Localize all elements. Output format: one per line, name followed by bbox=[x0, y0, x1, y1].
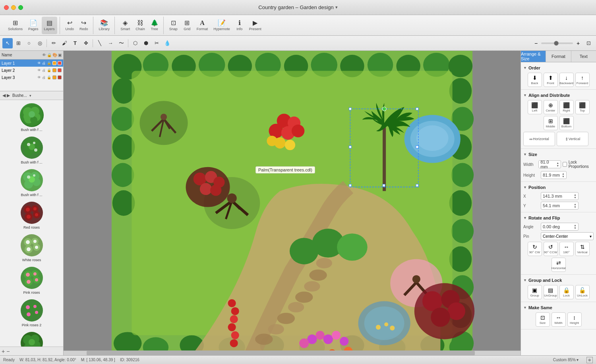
layers-button[interactable]: ▤ Layers bbox=[42, 17, 57, 34]
chain-button[interactable]: ⛓ Chain bbox=[133, 17, 147, 34]
layer-3-color2[interactable] bbox=[58, 75, 62, 79]
x-up[interactable]: ▲ bbox=[574, 193, 577, 196]
height-up[interactable]: ▲ bbox=[562, 172, 565, 175]
back-button[interactable]: ⬇ Back bbox=[528, 73, 542, 87]
minimize-button[interactable] bbox=[11, 5, 16, 10]
select-tool[interactable]: ↖ bbox=[2, 38, 13, 48]
angle-up[interactable]: ▲ bbox=[574, 224, 577, 227]
zoom-fit-button[interactable]: ⊡ bbox=[583, 38, 594, 48]
rotate-180-button[interactable]: ↔ 180° bbox=[559, 242, 574, 256]
eyedrop-tool[interactable]: 💧 bbox=[162, 38, 172, 48]
tab-arrange-size[interactable]: Arrange & Size bbox=[521, 51, 546, 62]
zoom-slider[interactable] bbox=[541, 42, 573, 44]
snap-button[interactable]: ⊡ Snap bbox=[167, 17, 180, 34]
shape-item-whiterose[interactable]: White roses bbox=[2, 232, 62, 264]
zoom-display[interactable]: Custom 85% ▾ bbox=[553, 358, 579, 362]
solutions-button[interactable]: ⊞ Solutions bbox=[6, 17, 25, 34]
add-layer-button[interactable]: + bbox=[2, 348, 5, 354]
distribute-h-button[interactable]: ⇔ Horizontal bbox=[523, 132, 555, 146]
zoom-in-button[interactable]: + bbox=[575, 40, 582, 47]
maximize-button[interactable] bbox=[18, 5, 23, 10]
forward-button[interactable]: ↑ Forward bbox=[575, 73, 590, 87]
backward-button[interactable]: ↓ Backward bbox=[559, 73, 574, 87]
grid-button[interactable]: ⊞ Grid bbox=[181, 17, 194, 34]
line-tool[interactable]: ╲ bbox=[95, 38, 105, 48]
breadcrumb-back[interactable]: ◀ bbox=[2, 93, 6, 98]
layer-3-visible[interactable]: 👁 bbox=[37, 75, 41, 79]
ungroup-button[interactable]: ▤ UnGroup bbox=[544, 285, 558, 299]
layer-item-1[interactable]: Layer 1 👁 🖨 🔒 bbox=[0, 60, 63, 67]
height-input[interactable]: 81.9 mm ▲ ▼ bbox=[541, 171, 567, 179]
hypernote-button[interactable]: 📝 Hypernote bbox=[211, 17, 232, 34]
group-header[interactable]: ▼ Group and Lock bbox=[523, 276, 594, 284]
layer-2-lock[interactable]: 🔒 bbox=[47, 68, 51, 72]
y-down[interactable]: ▼ bbox=[574, 206, 577, 208]
x-input[interactable]: 141.3 mm ▲ ▼ bbox=[541, 192, 579, 200]
tree-button[interactable]: 🌲 Tree bbox=[148, 17, 161, 34]
flip-vertical-button[interactable]: ⇅ Vertical bbox=[575, 242, 590, 256]
tab-format[interactable]: Format bbox=[546, 51, 571, 62]
lock-proportions-checkbox[interactable] bbox=[563, 162, 567, 167]
front-button[interactable]: ⬆ Front bbox=[544, 73, 558, 87]
rotate-cw90-button[interactable]: ↻ 90° CW bbox=[528, 242, 542, 256]
canvas[interactable]: Palm(Transparent trees.cdl) bbox=[64, 51, 521, 355]
align-center-button[interactable]: ⊕ Center bbox=[544, 100, 558, 114]
height-down[interactable]: ▼ bbox=[562, 175, 565, 178]
brush-tool[interactable]: 🖌 bbox=[59, 38, 70, 48]
y-up[interactable]: ▲ bbox=[574, 203, 577, 206]
shape-item-pinkrose[interactable]: Pink roses bbox=[2, 264, 62, 296]
rotate-ccw90-button[interactable]: ↺ 90° CCW bbox=[544, 242, 558, 256]
order-header[interactable]: ▼ Order bbox=[523, 64, 594, 72]
scrollbar-thumb-h[interactable] bbox=[87, 351, 475, 355]
width-up[interactable]: ▲ bbox=[556, 162, 559, 164]
canvas-area[interactable]: Palm(Transparent trees.cdl) bbox=[64, 51, 521, 355]
align-header[interactable]: ▼ Align and Distribute bbox=[523, 91, 594, 99]
flip-horizontal-button[interactable]: ⇄ Horizontal bbox=[551, 258, 566, 272]
breadcrumb-forward[interactable]: ▶ bbox=[7, 93, 10, 98]
arrow-tool[interactable]: → bbox=[105, 38, 116, 48]
info-button[interactable]: ℹ Info bbox=[233, 17, 246, 34]
layer-1-color[interactable] bbox=[52, 61, 56, 65]
ellipse-tool[interactable]: ◎ bbox=[35, 38, 45, 48]
shape-item-bush3[interactable]: Bush with f ... bbox=[2, 167, 62, 198]
redo-button[interactable]: ↪ Redo bbox=[77, 17, 91, 34]
layer-1-color2[interactable] bbox=[58, 61, 62, 65]
shape-item-bush2[interactable]: Bush with f ... bbox=[2, 134, 62, 166]
layer-1-lock[interactable]: 🔒 bbox=[47, 61, 51, 65]
unlock-button[interactable]: 🔓 UnLock bbox=[575, 285, 590, 299]
shape-item-bush1[interactable]: Bush with f ... bbox=[2, 102, 62, 133]
width-down[interactable]: ▼ bbox=[556, 164, 559, 167]
polygon-tool[interactable]: ⬡ bbox=[130, 38, 140, 48]
smart-button[interactable]: ◈ Smart bbox=[118, 17, 132, 34]
align-right-button[interactable]: ⬛ Right bbox=[559, 100, 574, 114]
resize-handle[interactable]: ⊕ bbox=[586, 357, 593, 363]
angle-down[interactable]: ▼ bbox=[574, 227, 577, 229]
align-bottom-button[interactable]: ⬛ Bottom bbox=[559, 116, 574, 130]
shape-item-pinkrose2[interactable]: Pink roses 2 bbox=[2, 297, 62, 329]
layer-1-print[interactable]: 🖨 bbox=[42, 61, 46, 65]
y-input[interactable]: 54.1 mm ▲ ▼ bbox=[541, 202, 579, 210]
align-left-button[interactable]: ⬛ Left bbox=[528, 100, 542, 114]
move-tool[interactable]: ✥ bbox=[81, 38, 91, 48]
rotate-header[interactable]: ▼ Rotate and Flip bbox=[523, 214, 594, 222]
format-button[interactable]: A Format bbox=[194, 17, 211, 34]
library-button[interactable]: 📚 Library bbox=[97, 17, 112, 34]
lock-button[interactable]: 🔒 Lock bbox=[559, 285, 574, 299]
layer-2-color[interactable] bbox=[52, 68, 56, 72]
text-tool[interactable]: T bbox=[70, 38, 80, 48]
close-button[interactable] bbox=[4, 5, 9, 10]
shape-item-bush4[interactable]: Bush bbox=[2, 329, 62, 347]
title-dropdown[interactable]: ▾ bbox=[335, 5, 338, 10]
layer-item-3[interactable]: Layer 3 👁 🖨 🔒 bbox=[0, 74, 63, 81]
x-down[interactable]: ▼ bbox=[574, 196, 577, 199]
align-top-button[interactable]: ⬛ Top bbox=[575, 100, 590, 114]
circle-tool[interactable]: ○ bbox=[24, 38, 34, 48]
size-header[interactable]: ▼ Size bbox=[523, 150, 594, 158]
breadcrumb-dropdown[interactable]: ▾ bbox=[29, 94, 31, 98]
distribute-v-button[interactable]: ⇕ Vertical bbox=[557, 132, 588, 146]
curve-tool[interactable]: 〜 bbox=[116, 38, 126, 48]
group-button[interactable]: ▣ Group bbox=[528, 285, 542, 299]
layer-3-lock[interactable]: 🔒 bbox=[47, 75, 51, 79]
angle-input[interactable]: 0.00 deg ▲ ▼ bbox=[541, 223, 579, 231]
scrollbar-horizontal[interactable] bbox=[64, 351, 521, 355]
